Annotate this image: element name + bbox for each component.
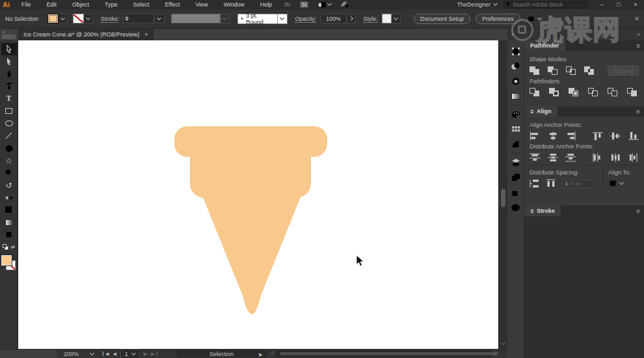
stepper-arrows-icon[interactable] [125, 16, 129, 21]
divide-icon[interactable] [530, 88, 540, 97]
document-tab-close-icon[interactable]: × [144, 31, 148, 38]
unite-icon[interactable] [530, 66, 540, 76]
ice-cream-cone-shape[interactable] [174, 126, 327, 314]
transform-panel-icon[interactable] [508, 44, 524, 59]
curvature-tool[interactable] [1, 80, 17, 92]
outline-icon[interactable] [608, 88, 618, 97]
style-label[interactable]: Style: [364, 16, 379, 22]
default-fill-stroke-icon[interactable] [3, 244, 8, 250]
layers-panel-icon[interactable] [508, 155, 524, 170]
pen-tool[interactable] [1, 68, 17, 80]
stroke-weight-stepper[interactable] [123, 14, 154, 23]
direct-selection-tool[interactable] [1, 55, 17, 68]
align-bottom-icon[interactable] [628, 131, 639, 141]
stroke-tab[interactable]: Stroke [524, 206, 561, 216]
color-panel-icon[interactable] [508, 107, 524, 122]
width-profile-dropdown[interactable] [221, 14, 230, 23]
fill-color-swatch[interactable] [47, 14, 59, 23]
star-tool[interactable]: ☆ [1, 154, 17, 167]
appearance-panel-icon[interactable] [508, 74, 524, 89]
menu-help[interactable]: Help [252, 1, 280, 8]
align-tab[interactable]: Align [524, 106, 557, 117]
spacing-value-stepper[interactable]: 0 px [562, 180, 592, 188]
stroke-weight-dropdown[interactable] [154, 14, 165, 23]
align-top-icon[interactable] [593, 131, 604, 141]
pathfinder-panel-icon[interactable] [508, 59, 524, 74]
intersect-icon[interactable] [566, 66, 576, 76]
menu-type[interactable]: Type [97, 1, 126, 8]
artboards-panel-icon[interactable] [508, 170, 524, 185]
exclude-icon[interactable] [584, 66, 595, 76]
brush-definition-dropdown[interactable] [278, 14, 288, 24]
scroll-right-icon[interactable] [492, 352, 496, 355]
arrange-documents-icon[interactable] [317, 2, 331, 8]
horizontal-distribute-space-icon[interactable] [546, 179, 556, 188]
align-to-button[interactable] [608, 179, 639, 187]
brushes-panel-icon[interactable] [508, 137, 524, 152]
document-setup-button[interactable]: Document Setup [414, 14, 470, 24]
stepper-arrows-icon[interactable] [565, 182, 569, 186]
style-dropdown[interactable] [392, 14, 401, 23]
opacity-label[interactable]: Opacity: [295, 16, 317, 22]
status-menu-icon[interactable]: ▶ [259, 352, 262, 357]
menu-file[interactable]: File [14, 1, 39, 8]
menu-effect[interactable]: Effect [157, 1, 188, 8]
trim-icon[interactable] [549, 88, 559, 97]
zoom-level-value[interactable]: 200% [64, 351, 79, 357]
opacity-expand-button[interactable] [347, 14, 356, 23]
line-segment-tool[interactable] [1, 130, 17, 142]
pixel-align-control[interactable] [527, 15, 541, 23]
preferences-button[interactable]: Preferences [476, 14, 520, 24]
export-panel-icon[interactable] [508, 185, 524, 200]
distribute-horizontal-center-icon[interactable] [610, 153, 621, 162]
minus-front-icon[interactable] [548, 66, 558, 76]
workspace-switcher[interactable]: TheDesigner [457, 1, 497, 8]
gpu-performance-icon[interactable] [340, 1, 349, 9]
align-vertical-center-icon[interactable] [610, 131, 621, 141]
brush-definition-box[interactable]: 3 pt. Round [237, 14, 278, 24]
menu-object[interactable]: Object [64, 1, 97, 8]
stroke-panel-menu-icon[interactable]: ≡ [632, 208, 644, 215]
menu-select[interactable]: Select [126, 1, 157, 8]
stroke-color-dropdown[interactable] [84, 14, 93, 23]
merge-icon[interactable] [569, 88, 579, 97]
vertical-scroll-thumb[interactable] [501, 189, 505, 207]
polygon-tool[interactable] [1, 142, 17, 154]
distribute-right-icon[interactable] [628, 153, 639, 162]
scroll-down-icon[interactable] [502, 339, 505, 346]
fill-color-dropdown[interactable] [59, 14, 68, 23]
distribute-left-icon[interactable] [593, 153, 604, 162]
align-right-icon[interactable] [565, 131, 576, 141]
maximize-button[interactable]: □ [610, 1, 627, 8]
document-tab[interactable]: Ice Cream Cone.ai* @ 200% (RGB/Preview) … [18, 29, 154, 40]
previous-artboard-button[interactable]: ◀ [113, 351, 116, 357]
menu-window[interactable]: Window [216, 1, 252, 8]
stock-icon[interactable]: St [300, 1, 308, 8]
distribute-bottom-icon[interactable] [565, 153, 576, 162]
reflect-tool[interactable] [1, 191, 17, 204]
free-transform-tool[interactable] [1, 204, 17, 216]
rotate-tool[interactable]: ↺ [1, 179, 17, 191]
dock-collapse-left-icon[interactable]: « [511, 31, 515, 38]
expand-button[interactable]: Expand [608, 66, 639, 76]
stroke-weight-label[interactable]: Stroke: [101, 16, 120, 22]
zoom-level-dropdown[interactable] [90, 353, 94, 355]
horizontal-scroll-thumb[interactable] [280, 352, 504, 355]
artboard-navigation-box[interactable]: 1 [120, 349, 140, 358]
close-button[interactable]: × [627, 1, 644, 8]
swap-fill-stroke-icon[interactable]: ⇄ [11, 244, 16, 250]
artboard-canvas[interactable] [18, 40, 498, 349]
pathfinder-tab[interactable]: Pathfinder [524, 40, 565, 51]
align-left-icon[interactable] [530, 131, 541, 141]
opacity-value[interactable]: 100% [321, 14, 347, 23]
swatches-panel-icon[interactable] [508, 122, 524, 137]
menu-edit[interactable]: Edit [39, 1, 65, 8]
control-panel-menu-icon[interactable]: ≡ [635, 15, 639, 22]
gradient-panel-icon[interactable] [508, 89, 524, 103]
menu-view[interactable]: View [187, 1, 215, 8]
crop-icon[interactable] [588, 88, 598, 97]
horizontal-scrollbar[interactable] [276, 351, 491, 357]
align-panel-menu-icon[interactable]: ≡ [632, 108, 644, 115]
creative-cloud-panel-icon[interactable] [508, 200, 524, 215]
toolbar-grip[interactable] [2, 34, 16, 39]
